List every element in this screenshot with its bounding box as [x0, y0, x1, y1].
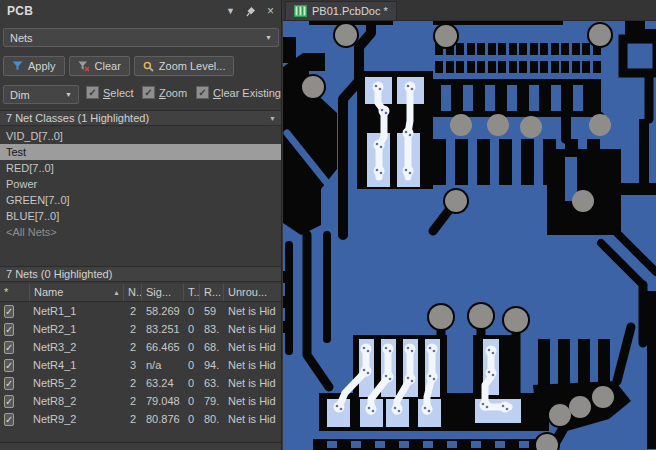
column-r[interactable]: R...: [200, 284, 224, 301]
chevron-down-icon: ▼: [269, 115, 276, 122]
column-unrouted[interactable]: Unrou...: [224, 284, 282, 301]
column-name[interactable]: Name ▲: [30, 284, 124, 301]
panel-header: PCB ▼ ×: [0, 0, 281, 22]
table-row[interactable]: ✓ NetR2_1 2 83.251 0 83. Net is Hid: [0, 320, 282, 338]
net-visible-checkbox[interactable]: ✓: [4, 413, 14, 426]
column-nodes[interactable]: N..: [124, 284, 142, 301]
net-visible-checkbox[interactable]: ✓: [4, 359, 14, 372]
table-row[interactable]: ✓ NetR9_2 2 80.876 0 80. Net is Hid: [0, 410, 282, 428]
chevron-down-icon: ▼: [65, 91, 72, 98]
nets-table: ✓ NetR1_1 2 58.269 0 59 Net is Hid ✓ Net…: [0, 302, 282, 428]
close-icon[interactable]: ×: [267, 6, 274, 16]
select-checkbox[interactable]: ✓ Select: [86, 86, 134, 99]
sort-ascending-icon: ▲: [113, 284, 120, 301]
clear-button[interactable]: Clear: [69, 56, 130, 76]
panel-menu-icon[interactable]: ▼: [226, 7, 235, 16]
net-class-item[interactable]: BLUE[7..0]: [0, 208, 282, 224]
pcb-editor-canvas[interactable]: [283, 21, 656, 450]
panel-mode-dropdown[interactable]: Nets ▼: [3, 28, 279, 47]
nets-table-header: * Name ▲ N.. Sig... T... R... Unrou...: [0, 284, 282, 302]
table-row[interactable]: ✓ NetR5_2 2 63.24 0 63. Net is Hid: [0, 374, 282, 392]
options-row: Dim ▼ ✓ Select ✓ Zoom ✓ Clear Existing: [0, 85, 282, 104]
net-name: NetR1_1: [30, 305, 124, 317]
filter-icon: [12, 61, 23, 72]
pin-icon[interactable]: [246, 6, 256, 17]
net-visible-checkbox[interactable]: ✓: [4, 305, 14, 318]
net-name: NetR4_1: [30, 359, 124, 371]
column-check[interactable]: *: [0, 284, 30, 301]
zoom-checkbox[interactable]: ✓ Zoom: [142, 86, 187, 99]
apply-button[interactable]: Apply: [3, 56, 65, 76]
net-class-list: VID_D[7..0] Test RED[7..0] Power GREEN[7…: [0, 128, 282, 240]
magnifier-icon: [143, 61, 154, 72]
net-class-item[interactable]: Power: [0, 176, 282, 192]
net-name: NetR8_2: [30, 395, 124, 407]
pcb-panel: PCB ▼ × Nets ▼ Apply Clear: [0, 0, 282, 450]
column-signal[interactable]: Sig...: [142, 284, 184, 301]
chevron-down-icon: ▼: [265, 34, 272, 41]
table-row[interactable]: ✓ NetR8_2 2 79.048 0 79. Net is Hid: [0, 392, 282, 410]
dim-dropdown[interactable]: Dim ▼: [3, 85, 79, 104]
nets-header[interactable]: 7 Nets (0 Highlighted): [0, 266, 282, 282]
column-t[interactable]: T...: [184, 284, 200, 301]
net-class-item[interactable]: VID_D[7..0]: [0, 128, 282, 144]
dim-value: Dim: [10, 89, 30, 101]
net-class-item[interactable]: RED[7..0]: [0, 160, 282, 176]
filter-clear-icon: [78, 61, 90, 72]
clear-existing-checkbox[interactable]: ✓ Clear Existing: [196, 86, 281, 99]
net-name: NetR3_2: [30, 341, 124, 353]
net-class-item-selected[interactable]: Test: [0, 144, 282, 160]
net-class-item-all-nets[interactable]: <All Nets>: [0, 224, 282, 240]
net-visible-checkbox[interactable]: ✓: [4, 377, 14, 390]
document-tab-bar: PB01.PcbDoc *: [283, 0, 656, 21]
net-name: NetR9_2: [30, 413, 124, 425]
table-row[interactable]: ✓ NetR3_2 2 66.465 0 68. Net is Hid: [0, 338, 282, 356]
checkbox-check-icon: ✓: [196, 86, 209, 99]
net-visible-checkbox[interactable]: ✓: [4, 341, 14, 354]
panel-mode-value: Nets: [10, 32, 33, 44]
net-visible-checkbox[interactable]: ✓: [4, 395, 14, 408]
net-name: NetR5_2: [30, 377, 124, 389]
net-class-item[interactable]: GREEN[7..0]: [0, 192, 282, 208]
table-row[interactable]: ✓ NetR4_1 3 n/a 0 94. Net is Hid: [0, 356, 282, 374]
pcb-document-icon: [294, 5, 307, 17]
checkbox-check-icon: ✓: [142, 86, 155, 99]
panel-title: PCB: [7, 4, 226, 18]
net-visible-checkbox[interactable]: ✓: [4, 323, 14, 336]
tab-pb01-pcbdoc[interactable]: PB01.PcbDoc *: [285, 1, 397, 20]
zoom-level-button[interactable]: Zoom Level...: [134, 56, 235, 76]
table-row[interactable]: ✓ NetR1_1 2 58.269 0 59 Net is Hid: [0, 302, 282, 320]
net-classes-header[interactable]: 7 Net Classes (1 Highlighted) ▼: [0, 110, 282, 126]
checkbox-check-icon: ✓: [86, 86, 99, 99]
net-name: NetR2_1: [30, 323, 124, 335]
panel-resize-gutter[interactable]: [0, 442, 282, 450]
